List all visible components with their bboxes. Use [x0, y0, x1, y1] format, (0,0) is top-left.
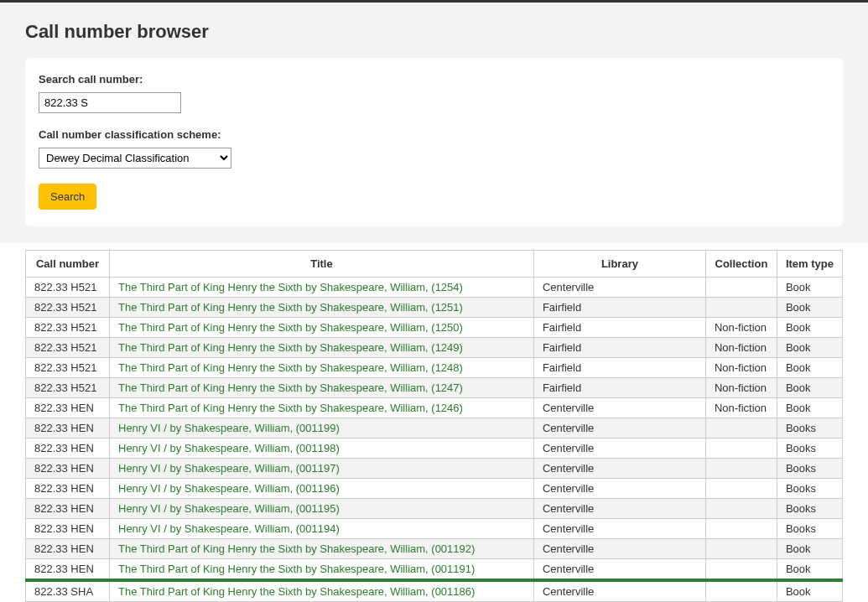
table-row: 822.33 HENHenry VI / by Shakespeare, Wil…	[26, 479, 843, 499]
cell-title: The Third Part of King Henry the Sixth b…	[110, 358, 534, 378]
cell-item-type: Book	[777, 358, 842, 378]
title-link[interactable]: Henry VI / by Shakespeare, William, (001…	[118, 442, 340, 454]
search-form-panel: Search call number: Call number classifi…	[25, 58, 843, 226]
page-title: Call number browser	[25, 21, 843, 43]
cell-collection: Non-fiction	[705, 378, 777, 398]
title-link[interactable]: The Third Part of King Henry the Sixth b…	[118, 381, 463, 394]
cell-item-type: Book	[777, 398, 842, 418]
cell-library: Centerville	[533, 418, 705, 439]
cell-item-type: Book	[777, 539, 842, 559]
cell-call-number: 822.33 H521	[26, 298, 110, 318]
table-row: 822.33 H521The Third Part of King Henry …	[26, 298, 843, 318]
cell-library: Fairfield	[533, 358, 705, 378]
cell-library: Centerville	[533, 581, 705, 602]
cell-collection: Non-fiction	[705, 318, 777, 338]
title-link[interactable]: The Third Part of King Henry the Sixth b…	[118, 402, 463, 414]
results-table-wrap: Call number Title Library Collection Ite…	[0, 243, 868, 602]
search-button[interactable]: Search	[39, 184, 96, 210]
cell-item-type: Books	[777, 479, 842, 499]
table-header-row: Call number Title Library Collection Ite…	[26, 251, 843, 278]
th-collection: Collection	[705, 251, 777, 278]
cell-collection: Non-fiction	[705, 398, 777, 418]
scheme-label: Call number classification scheme:	[39, 128, 829, 141]
table-row: 822.33 HENThe Third Part of King Henry t…	[26, 539, 843, 559]
cell-library: Fairfield	[533, 298, 705, 318]
cell-item-type: Books	[777, 418, 842, 439]
cell-item-type: Books	[777, 499, 842, 519]
cell-call-number: 822.33 HEN	[26, 418, 110, 439]
cell-library: Fairfield	[533, 378, 705, 398]
cell-call-number: 822.33 SHA	[26, 581, 110, 602]
cell-item-type: Book	[777, 318, 842, 338]
cell-title: The Third Part of King Henry the Sixth b…	[110, 278, 534, 298]
table-row: 822.33 H521The Third Part of King Henry …	[26, 318, 843, 338]
cell-call-number: 822.33 HEN	[26, 539, 110, 559]
cell-item-type: Book	[777, 298, 842, 318]
th-item-type: Item type	[777, 251, 842, 278]
cell-collection	[705, 418, 777, 439]
search-call-label: Search call number:	[39, 73, 829, 86]
cell-call-number: 822.33 HEN	[26, 519, 110, 539]
title-link[interactable]: The Third Part of King Henry the Sixth b…	[118, 281, 463, 293]
cell-call-number: 822.33 HEN	[26, 559, 110, 580]
cell-collection	[705, 499, 777, 519]
cell-call-number: 822.33 HEN	[26, 439, 110, 459]
table-row: 822.33 HENThe Third Part of King Henry t…	[26, 398, 843, 418]
cell-library: Centerville	[533, 278, 705, 298]
cell-collection	[705, 459, 777, 479]
title-link[interactable]: Henry VI / by Shakespeare, William, (001…	[118, 462, 340, 475]
cell-title: The Third Part of King Henry the Sixth b…	[110, 298, 534, 318]
cell-library: Centerville	[533, 398, 705, 418]
cell-library: Centerville	[533, 459, 705, 479]
title-link[interactable]: The Third Part of King Henry the Sixth b…	[118, 563, 475, 575]
title-link[interactable]: The Third Part of King Henry the Sixth b…	[118, 301, 463, 314]
scheme-select[interactable]: Dewey Decimal Classification	[39, 148, 231, 169]
title-link[interactable]: The Third Part of King Henry the Sixth b…	[118, 341, 463, 354]
search-call-input[interactable]	[39, 92, 181, 113]
cell-collection	[705, 278, 777, 298]
title-link[interactable]: Henry VI / by Shakespeare, William, (001…	[118, 422, 340, 434]
results-table: Call number Title Library Collection Ite…	[25, 250, 843, 602]
cell-item-type: Book	[777, 378, 842, 398]
cell-call-number: 822.33 H521	[26, 318, 110, 338]
title-link[interactable]: The Third Part of King Henry the Sixth b…	[118, 321, 463, 334]
table-row: 822.33 H521The Third Part of King Henry …	[26, 338, 843, 358]
cell-collection	[705, 298, 777, 318]
title-link[interactable]: The Third Part of King Henry the Sixth b…	[118, 361, 463, 374]
title-link[interactable]: The Third Part of King Henry the Sixth b…	[118, 585, 475, 598]
cell-item-type: Book	[777, 559, 842, 580]
cell-title: Henry VI / by Shakespeare, William, (001…	[110, 459, 534, 479]
cell-call-number: 822.33 HEN	[26, 479, 110, 499]
title-link[interactable]: Henry VI / by Shakespeare, William, (001…	[118, 482, 340, 495]
cell-item-type: Books	[777, 519, 842, 539]
cell-item-type: Books	[777, 439, 842, 459]
cell-library: Centerville	[533, 439, 705, 459]
cell-library: Fairfield	[533, 338, 705, 358]
table-row: 822.33 HENHenry VI / by Shakespeare, Wil…	[26, 499, 843, 519]
cell-title: The Third Part of King Henry the Sixth b…	[110, 338, 534, 358]
cell-collection: Non-fiction	[705, 358, 777, 378]
cell-collection	[705, 539, 777, 559]
table-row: 822.33 HENHenry VI / by Shakespeare, Wil…	[26, 519, 843, 539]
cell-item-type: Book	[777, 278, 842, 298]
table-row: 822.33 HENHenry VI / by Shakespeare, Wil…	[26, 418, 843, 439]
cell-collection	[705, 581, 777, 602]
title-link[interactable]: Henry VI / by Shakespeare, William, (001…	[118, 522, 340, 535]
cell-title: Henry VI / by Shakespeare, William, (001…	[110, 439, 534, 459]
cell-collection	[705, 439, 777, 459]
title-link[interactable]: Henry VI / by Shakespeare, William, (001…	[118, 502, 340, 515]
cell-library: Fairfield	[533, 318, 705, 338]
cell-title: Henry VI / by Shakespeare, William, (001…	[110, 479, 534, 499]
cell-title: The Third Part of King Henry the Sixth b…	[110, 398, 534, 418]
cell-title: The Third Part of King Henry the Sixth b…	[110, 539, 534, 559]
th-title: Title	[110, 251, 534, 278]
table-row: 822.33 HENHenry VI / by Shakespeare, Wil…	[26, 459, 843, 479]
cell-title: The Third Part of King Henry the Sixth b…	[110, 318, 534, 338]
cell-title: Henry VI / by Shakespeare, William, (001…	[110, 499, 534, 519]
cell-item-type: Book	[777, 581, 842, 602]
cell-title: The Third Part of King Henry the Sixth b…	[110, 581, 534, 602]
cell-library: Centerville	[533, 499, 705, 519]
cell-call-number: 822.33 H521	[26, 278, 110, 298]
title-link[interactable]: The Third Part of King Henry the Sixth b…	[118, 542, 475, 555]
scheme-group: Call number classification scheme: Dewey…	[39, 128, 829, 169]
